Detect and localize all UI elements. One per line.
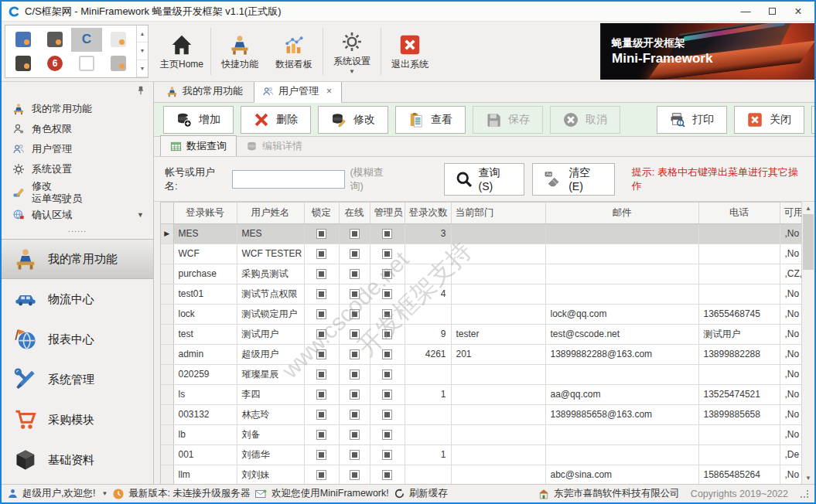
account-search-input[interactable]	[232, 170, 345, 189]
sidebar-section-6[interactable]: 基础资料	[2, 440, 153, 480]
subtab-2[interactable]: 编辑详情	[237, 136, 312, 156]
view-button[interactable]: 查看	[395, 106, 466, 134]
checkbox[interactable]	[382, 329, 392, 339]
print-button[interactable]: 打印	[657, 106, 727, 134]
sidebar-section-3[interactable]: 报表中心	[2, 319, 153, 359]
skin-thumbnail-8[interactable]	[102, 52, 134, 76]
checkbox[interactable]	[350, 430, 360, 440]
checkbox[interactable]	[316, 470, 326, 480]
checkbox[interactable]	[382, 269, 392, 279]
table-row[interactable]: lock测试锁定用户lock@qq.com13655468745,No	[161, 304, 801, 324]
skin-thumbnail-3[interactable]: C	[71, 28, 103, 52]
sidebar-item-2[interactable]: 角色权限	[2, 119, 153, 139]
refresh-cache-button[interactable]: 刷新缓存	[394, 487, 448, 500]
column-header[interactable]: 电话	[698, 203, 780, 223]
checkbox[interactable]	[350, 349, 360, 359]
scroll-up-icon[interactable]: ▲	[802, 202, 814, 214]
sidebar-section-4[interactable]: 系统管理	[2, 359, 153, 400]
column-header[interactable]: 用户姓名	[237, 203, 304, 223]
maximize-button[interactable]	[759, 3, 785, 20]
exit-button[interactable]: 退出系统	[383, 23, 437, 80]
table-row[interactable]: lb刘备,No	[161, 424, 801, 444]
skin-gallery-scroll[interactable]: ▲ ▼ ▼	[136, 26, 148, 77]
delete-button[interactable]: 删除	[241, 106, 311, 134]
checkbox[interactable]	[316, 369, 326, 380]
table-row[interactable]: admin超级用户426120113899882288@163.com13899…	[161, 344, 801, 364]
close-window-button[interactable]: ×	[785, 3, 811, 20]
checkbox[interactable]	[382, 249, 392, 259]
chevron-down-icon[interactable]: ▼	[137, 211, 144, 219]
checkbox[interactable]	[316, 269, 326, 279]
checkbox[interactable]	[316, 430, 326, 440]
table-row[interactable]: 020259璀璨星辰,No	[161, 364, 801, 384]
sidebar-item-1[interactable]: 我的常用功能	[2, 99, 153, 119]
checkbox[interactable]	[382, 450, 392, 460]
checkbox[interactable]	[382, 369, 392, 380]
checkbox[interactable]	[350, 410, 360, 420]
table-row[interactable]: 003132林志玲13899885658@163.com13899885658,…	[161, 404, 801, 424]
skin-thumbnail-1[interactable]	[8, 28, 39, 52]
skin-thumbnail-2[interactable]	[39, 28, 71, 52]
table-row[interactable]: ls李四1aa@qq.com13525474521,No	[161, 384, 801, 404]
checkbox[interactable]	[382, 390, 392, 400]
checkbox[interactable]	[316, 249, 326, 259]
checkbox[interactable]	[350, 329, 360, 339]
minimize-button[interactable]: —	[732, 3, 759, 20]
sidebar-item-6[interactable]: 确认区域▼	[2, 205, 153, 225]
subtab-1[interactable]: 数据查询	[160, 135, 237, 156]
status-user[interactable]: 超级用户,欢迎您!▼	[8, 487, 108, 500]
checkbox[interactable]	[316, 329, 326, 339]
skin-thumbnail-5[interactable]	[8, 52, 39, 76]
checkbox[interactable]	[350, 229, 360, 239]
checkbox[interactable]	[316, 289, 326, 299]
column-header[interactable]: 登录账号	[173, 203, 237, 223]
table-row[interactable]: 001刘德华1,De	[161, 444, 801, 465]
checkbox[interactable]	[350, 249, 360, 259]
checkbox[interactable]	[350, 369, 360, 380]
sidebar-item-3[interactable]: 用户管理	[2, 139, 153, 159]
scroll-down-icon[interactable]: ▼	[137, 43, 148, 60]
pin-icon[interactable]	[136, 86, 145, 95]
table-row[interactable]: WCFWCF TESTER,No	[161, 243, 801, 264]
resize-grip[interactable]	[801, 490, 808, 498]
table-row[interactable]: test01测试节点权限4,No	[161, 284, 801, 304]
column-header[interactable]: 登录次数	[405, 203, 451, 223]
checkbox[interactable]	[350, 309, 360, 319]
vertical-scrollbar[interactable]: ▲ ▼	[801, 202, 814, 484]
sidebar-section-5[interactable]: 采购模块	[2, 400, 153, 440]
table-row[interactable]: test测试用户9testertest@cscode.net测试用户,No	[161, 324, 801, 344]
sidebar-section-1[interactable]: 我的常用功能	[2, 239, 153, 279]
column-header[interactable]: 管理员	[370, 203, 405, 223]
column-header[interactable]: 锁定	[304, 203, 339, 223]
checkbox[interactable]	[382, 289, 392, 299]
modify-button[interactable]: 修改	[318, 106, 388, 134]
column-header[interactable]: 邮件	[545, 203, 698, 223]
checkbox[interactable]	[382, 229, 392, 239]
table-row[interactable]: purchase采购员测试,CZ,	[161, 264, 801, 284]
checkbox[interactable]	[350, 390, 360, 400]
table-row[interactable]: llm刘刘妹abc@sina.com15865485264,No	[161, 465, 801, 484]
sidebar-item-5[interactable]: 修改运单驾驶员	[2, 179, 153, 205]
checkbox[interactable]	[316, 450, 326, 460]
tab-1[interactable]: 我的常用功能	[159, 81, 252, 102]
checkbox[interactable]	[382, 430, 392, 440]
checkbox[interactable]	[316, 410, 326, 420]
checkbox[interactable]	[316, 349, 326, 359]
checkbox[interactable]	[316, 229, 326, 239]
checkbox[interactable]	[382, 410, 392, 420]
skin-thumbnail-7[interactable]	[71, 52, 103, 76]
checkbox[interactable]	[382, 309, 392, 319]
clear-button[interactable]: Aa 清空(E)	[532, 163, 615, 196]
add-button[interactable]: 增加	[163, 106, 234, 134]
checkbox[interactable]	[382, 470, 392, 480]
quick-functions-button[interactable]: 快捷功能	[213, 23, 267, 80]
checkbox[interactable]	[382, 349, 392, 359]
column-header[interactable]: 可用	[780, 203, 801, 223]
table-row[interactable]: ▶MESMES3,No	[161, 223, 801, 243]
tab-close-icon[interactable]: ×	[326, 86, 332, 97]
checkbox[interactable]	[316, 309, 326, 319]
skin-thumbnail-4[interactable]	[102, 28, 134, 52]
sidebar-item-4[interactable]: 系统设置	[2, 159, 153, 179]
checkbox[interactable]	[350, 289, 360, 299]
skin-thumbnail-6[interactable]: 6	[39, 52, 71, 76]
